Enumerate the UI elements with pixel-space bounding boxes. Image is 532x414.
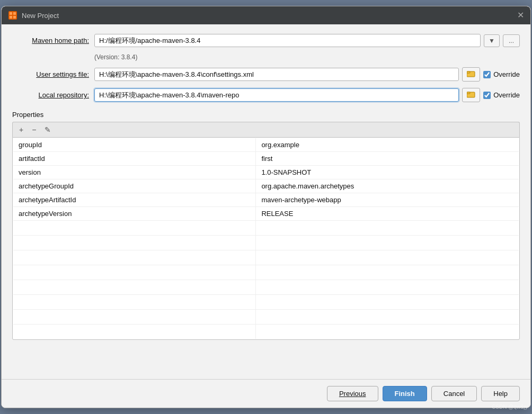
property-key: version [13, 166, 256, 179]
table-row [13, 236, 519, 250]
property-value: first [256, 152, 519, 166]
properties-table-wrapper: groupIdorg.exampleartifactIdfirstversion… [12, 137, 520, 340]
properties-table: groupIdorg.exampleartifactIdfirstversion… [13, 138, 519, 339]
properties-label: Properties [12, 111, 520, 119]
user-settings-input-row: Override [94, 67, 520, 82]
local-repo-override-label: Override [493, 91, 520, 99]
local-repo-override[interactable]: Override [483, 91, 520, 99]
title-bar: New Project ✕ [2, 6, 530, 24]
maven-home-dropdown-btn[interactable]: ▼ [484, 34, 500, 47]
property-key: archetypeArtifactId [13, 193, 256, 207]
property-value: org.apache.maven.archetypes [256, 179, 519, 193]
user-settings-label: User settings file: [12, 70, 89, 78]
local-repo-row: Local repository: Override [12, 88, 520, 102]
table-row [13, 310, 519, 325]
cancel-button[interactable]: Cancel [431, 386, 477, 401]
finish-button[interactable]: Finish [383, 386, 427, 401]
property-value: org.example [256, 138, 519, 152]
remove-property-btn[interactable]: − [30, 124, 38, 135]
property-value-empty [256, 236, 519, 250]
local-repo-input[interactable] [94, 88, 459, 102]
local-repo-label: Local repository: [12, 91, 89, 99]
property-key-empty [13, 236, 256, 250]
dialog-title: New Project [22, 12, 513, 20]
property-value-empty [256, 221, 519, 236]
local-repo-override-checkbox[interactable] [483, 92, 491, 99]
edit-property-btn[interactable]: ✎ [42, 124, 53, 135]
maven-home-browse-btn[interactable]: ... [503, 34, 520, 47]
property-key: artifactId [13, 152, 256, 166]
table-row [13, 325, 519, 339]
user-settings-input[interactable] [94, 68, 459, 81]
property-key-empty [13, 325, 256, 339]
table-row [13, 250, 519, 265]
table-row [13, 265, 519, 280]
maven-home-input[interactable] [94, 34, 481, 47]
user-settings-row: User settings file: Override [12, 67, 520, 82]
new-project-dialog: New Project ✕ Maven home path: ▼ ... (Ve… [1, 6, 531, 408]
property-key-empty [13, 250, 256, 265]
svg-rect-1 [10, 12, 12, 15]
table-row: archetypeArtifactIdmaven-archetype-webap… [13, 193, 519, 207]
table-row: archetypeGroupIdorg.apache.maven.archety… [13, 179, 519, 193]
svg-rect-8 [467, 92, 470, 94]
property-value-empty [256, 325, 519, 339]
local-repo-browse-btn[interactable] [462, 88, 480, 102]
svg-rect-6 [467, 71, 470, 73]
table-row: artifactIdfirst [13, 152, 519, 166]
table-row [13, 280, 519, 295]
maven-home-label: Maven home path: [12, 37, 89, 44]
maven-home-input-row: ▼ ... [94, 34, 520, 47]
previous-button[interactable]: Previous [327, 386, 378, 401]
close-icon[interactable]: ✕ [517, 11, 524, 20]
property-value: maven-archetype-webapp [256, 193, 519, 207]
table-row: archetypeVersionRELEASE [13, 207, 519, 221]
property-key: groupId [13, 138, 256, 152]
property-key: archetypeVersion [13, 207, 256, 221]
property-key-empty [13, 310, 256, 325]
maven-version-hint: (Version: 3.8.4) [94, 53, 520, 61]
user-settings-override-label: Override [493, 70, 520, 78]
property-key-empty [13, 221, 256, 236]
table-row [13, 295, 519, 310]
property-key-empty [13, 265, 256, 280]
property-value-empty [256, 280, 519, 295]
add-property-btn[interactable]: + [17, 124, 25, 135]
property-value-empty [256, 250, 519, 265]
property-value-empty [256, 265, 519, 280]
table-row [13, 221, 519, 236]
properties-section: Properties + − ✎ groupIdorg.exampleartif… [12, 111, 520, 340]
svg-rect-2 [13, 12, 16, 15]
svg-rect-3 [10, 16, 12, 19]
svg-rect-4 [13, 16, 16, 19]
table-row: version1.0-SNAPSHOT [13, 166, 519, 179]
property-key-empty [13, 295, 256, 310]
maven-home-row: Maven home path: ▼ ... [12, 34, 520, 47]
user-settings-override[interactable]: Override [483, 70, 520, 78]
properties-toolbar: + − ✎ [12, 122, 520, 137]
user-settings-override-checkbox[interactable] [483, 71, 491, 78]
property-key-empty [13, 280, 256, 295]
local-repo-input-row: Override [94, 88, 520, 102]
user-settings-browse-btn[interactable] [462, 67, 480, 82]
property-value-empty [256, 295, 519, 310]
property-value: 1.0-SNAPSHOT [256, 166, 519, 179]
dialog-icon [8, 11, 17, 20]
previous-button-label: Previous [339, 390, 366, 398]
dialog-content: Maven home path: ▼ ... (Version: 3.8.4) … [2, 24, 530, 379]
help-button[interactable]: Help [481, 386, 520, 401]
table-row: groupIdorg.example [13, 138, 519, 152]
bottom-bar: Previous Finish Cancel Help [2, 379, 530, 408]
property-value: RELEASE [256, 207, 519, 221]
property-value-empty [256, 310, 519, 325]
property-key: archetypeGroupId [13, 179, 256, 193]
